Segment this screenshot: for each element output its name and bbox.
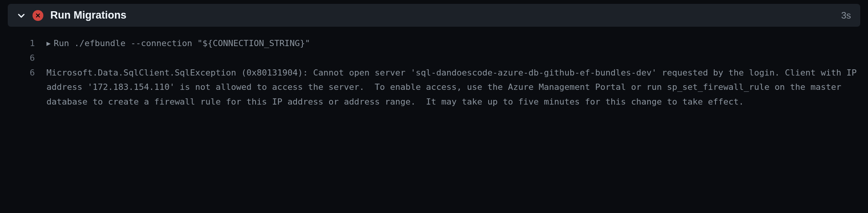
log-output: 1 ▶ Run ./efbundle --connection "${CONNE… bbox=[0, 27, 868, 109]
step-duration: 3s bbox=[841, 10, 851, 21]
log-line[interactable]: 1 ▶ Run ./efbundle --connection "${CONNE… bbox=[8, 36, 860, 51]
chevron-down-icon bbox=[17, 11, 26, 20]
line-number: 1 bbox=[8, 36, 46, 51]
log-group-collapsed: ▶ Run ./efbundle --connection "${CONNECT… bbox=[46, 36, 860, 51]
step-title: Run Migrations bbox=[50, 9, 834, 21]
caret-right-icon: ▶ bbox=[46, 40, 51, 47]
log-text: Microsoft.Data.SqlClient.SqlException (0… bbox=[46, 65, 860, 109]
line-number: 6 bbox=[8, 51, 46, 65]
error-icon bbox=[33, 10, 43, 21]
log-line: 6 Microsoft.Data.SqlClient.SqlException … bbox=[8, 65, 860, 109]
step-header[interactable]: Run Migrations 3s bbox=[8, 4, 860, 27]
log-line: 6 bbox=[8, 51, 860, 65]
line-number: 6 bbox=[8, 65, 46, 80]
log-text: Run ./efbundle --connection "${CONNECTIO… bbox=[54, 36, 310, 51]
